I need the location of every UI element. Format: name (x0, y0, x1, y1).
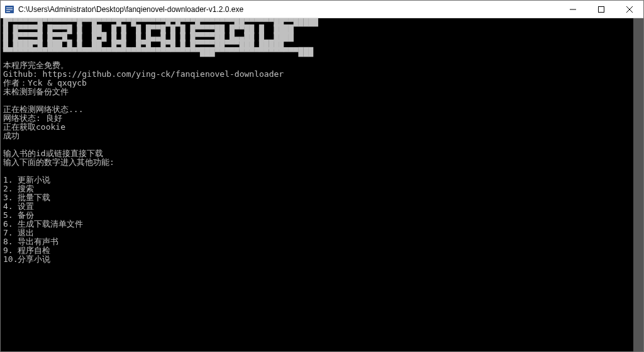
menu-item: 3. 批量下载 (3, 193, 633, 202)
blank-line (3, 167, 633, 176)
console-area: █▀▀▀▀▀▀█▀▀▀▀▀▀▀█▀▀█▀▀▀▀█▀▀█▀▀▀▀▀▀█▀█▀▀▀█… (1, 18, 643, 351)
ascii-banner: █▀▀▀▀▀▀█▀▀▀▀▀▀▀█▀▀█▀▀▀▀█▀▀█▀▀▀▀▀▀█▀█▀▀▀█… (3, 18, 633, 56)
info-author: 作者：Yck & qxqycb (3, 79, 633, 88)
info-nobackup: 未检测到备份文件 (3, 88, 633, 96)
app-window: C:\Users\Administrator\Desktop\fanqienov… (0, 0, 644, 352)
menu-item: 1. 更新小说 (3, 176, 633, 185)
blank-line (3, 140, 633, 149)
menu-item: 5. 备份 (3, 211, 633, 220)
close-button[interactable] (615, 1, 643, 18)
menu-item: 7. 退出 (3, 229, 633, 237)
console-output[interactable]: █▀▀▀▀▀▀█▀▀▀▀▀▀▀█▀▀█▀▀▀▀█▀▀█▀▀▀▀▀▀█▀█▀▀▀█… (1, 18, 633, 351)
menu-item: 2. 搜索 (3, 185, 633, 193)
info-free: 本程序完全免费。 (3, 61, 633, 70)
menu-item: 9. 程序自检 (3, 246, 633, 255)
info-checknet: 正在检测网络状态... (3, 105, 633, 114)
menu-item: 4. 设置 (3, 202, 633, 211)
svg-rect-3 (6, 11, 10, 12)
svg-rect-2 (6, 9, 13, 10)
info-success: 成功 (3, 132, 633, 140)
prompt-input1: 输入书的id或链接直接下载 (3, 149, 633, 158)
menu-item: 6. 生成下载清单文件 (3, 220, 633, 229)
titlebar-path: C:\Users\Administrator\Desktop\fanqienov… (18, 5, 558, 14)
info-getcookie: 正在获取cookie (3, 123, 633, 132)
svg-rect-1 (6, 8, 13, 8)
minimize-button[interactable] (558, 1, 587, 18)
svg-rect-5 (598, 6, 604, 12)
maximize-button[interactable] (587, 1, 615, 18)
scrollbar-thumb[interactable] (633, 18, 643, 351)
info-github: Github: https://github.com/ying-ck/fanqi… (3, 70, 633, 79)
scrollbar[interactable] (633, 18, 643, 351)
app-icon (4, 4, 14, 14)
window-controls (558, 1, 643, 18)
titlebar[interactable]: C:\Users\Administrator\Desktop\fanqienov… (1, 1, 643, 18)
blank-line (3, 96, 633, 105)
menu-item: 10.分享小说 (3, 255, 633, 264)
menu-item: 8. 导出有声书 (3, 237, 633, 246)
prompt-input2: 输入下面的数字进入其他功能: (3, 158, 633, 167)
info-netstatus: 网络状态: 良好 (3, 114, 633, 123)
